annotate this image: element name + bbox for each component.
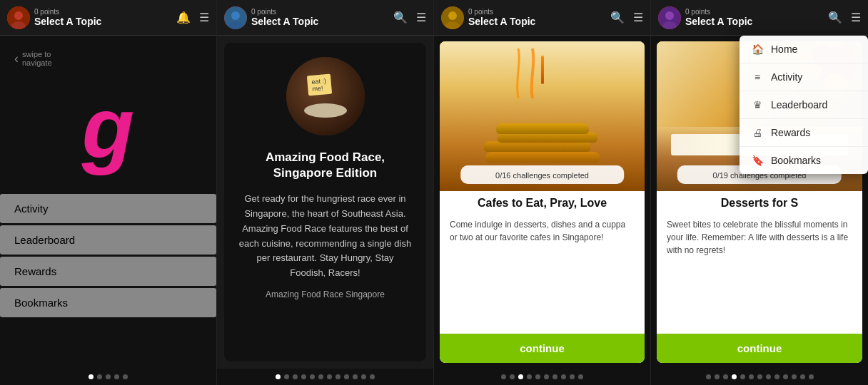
dot[interactable] xyxy=(715,374,720,379)
dot[interactable] xyxy=(800,374,805,379)
dot[interactable] xyxy=(740,374,745,379)
desserts-continue-button[interactable]: continue xyxy=(657,334,862,363)
dot[interactable] xyxy=(293,374,298,379)
dot[interactable] xyxy=(706,374,711,379)
search-icon-2[interactable]: 🔍 xyxy=(393,11,408,24)
dot[interactable] xyxy=(570,374,575,379)
panel-2: 0 points Select A Topic 🔍 ☰ eat :)me! Am… xyxy=(217,0,434,385)
menu-icon-1[interactable]: ☰ xyxy=(199,11,209,24)
dot[interactable] xyxy=(561,374,566,379)
dropdown-home-label: Home xyxy=(771,43,797,55)
dot[interactable] xyxy=(276,374,281,379)
dot[interactable] xyxy=(552,374,557,379)
swipe-hint: ‹ swipe to navigate xyxy=(14,50,52,67)
header-title-2: Select A Topic xyxy=(251,16,318,27)
progress-bar-3: 0/16 challenges completed xyxy=(460,165,625,184)
dot[interactable] xyxy=(310,374,315,379)
dot[interactable] xyxy=(327,374,332,379)
dot[interactable] xyxy=(335,374,340,379)
dot[interactable] xyxy=(510,374,515,379)
bell-icon-1[interactable]: 🔔 xyxy=(176,11,191,24)
dropdown-home[interactable]: 🏠 Home xyxy=(740,36,868,63)
dropdown-rewards[interactable]: 🖨 Rewards xyxy=(740,119,868,147)
dot[interactable] xyxy=(353,374,358,379)
cafes-card: 0/16 challenges completed Cafes to Eat, … xyxy=(440,41,645,363)
header-left-2: 0 points Select A Topic xyxy=(224,6,318,29)
header-title-1: Select A Topic xyxy=(34,16,101,27)
dot[interactable] xyxy=(535,374,540,379)
dot[interactable] xyxy=(774,374,779,379)
dot[interactable] xyxy=(766,374,771,379)
dot[interactable] xyxy=(527,374,532,379)
panel-3: 0 points Select A Topic 🔍 ☰ xyxy=(434,0,651,385)
dot[interactable] xyxy=(114,374,119,379)
dot[interactable] xyxy=(518,374,523,379)
dot[interactable] xyxy=(97,374,102,379)
panels-container: 0 points Select A Topic 🔔 ☰ ‹ swipe to n… xyxy=(0,0,868,385)
dot[interactable] xyxy=(749,374,754,379)
dropdown-leaderboard[interactable]: ♛ Leaderboard xyxy=(740,91,868,119)
panel-3-content: 0/16 challenges completed Cafes to Eat, … xyxy=(434,36,650,369)
food-card-title: Amazing Food Race, Singapore Edition xyxy=(238,150,412,181)
menu-icon-3[interactable]: ☰ xyxy=(633,11,643,24)
dot[interactable] xyxy=(792,374,797,379)
swipe-arrow-icon: ‹ xyxy=(14,51,19,66)
dot[interactable] xyxy=(344,374,349,379)
dot[interactable] xyxy=(501,374,506,379)
header-title-3: Select A Topic xyxy=(468,16,535,27)
food-note: eat :)me! xyxy=(306,74,331,96)
svg-point-4 xyxy=(231,11,240,20)
header-left-3: 0 points Select A Topic xyxy=(441,6,535,29)
header-points-4: 0 points xyxy=(685,8,752,16)
food-card-subtitle: Amazing Food Race Singapore xyxy=(266,288,385,301)
bell-container-1: 🔔 xyxy=(176,11,191,24)
dot[interactable] xyxy=(757,374,762,379)
dot[interactable] xyxy=(544,374,549,379)
header-icons-4: 🔍 ☰ xyxy=(828,11,861,24)
nav-item-leaderboard[interactable]: Leaderboard xyxy=(0,225,216,255)
nav-item-bookmarks[interactable]: Bookmarks xyxy=(0,288,216,317)
dot[interactable] xyxy=(370,374,375,379)
dot[interactable] xyxy=(301,374,306,379)
dropdown-rewards-label: Rewards xyxy=(771,127,810,138)
dots-row-1 xyxy=(0,369,216,385)
dropdown-activity[interactable]: ≡ Activity xyxy=(740,63,868,91)
food-card-description: Get ready for the hungriest race ever in… xyxy=(238,192,412,281)
header-info-2: 0 points Select A Topic xyxy=(251,8,318,27)
dot[interactable] xyxy=(361,374,366,379)
panel-4: 0 points Select A Topic 🔍 ☰ xyxy=(651,0,868,385)
dot[interactable] xyxy=(783,374,788,379)
home-icon: 🏠 xyxy=(751,43,764,55)
food-race-card: eat :)me! Amazing Food Race, Singapore E… xyxy=(224,43,426,361)
header-icons-2: 🔍 ☰ xyxy=(393,11,426,24)
panel-4-header: 0 points Select A Topic 🔍 ☰ xyxy=(651,0,868,36)
activity-icon: ≡ xyxy=(751,71,764,83)
dot[interactable] xyxy=(123,374,128,379)
dot[interactable] xyxy=(106,374,111,379)
avatar-3 xyxy=(441,6,464,29)
dot[interactable] xyxy=(723,374,728,379)
nav-item-rewards[interactable]: Rewards xyxy=(0,257,216,286)
panel-1-body: ‹ swipe to navigate g Activity Leaderboa… xyxy=(0,36,216,369)
dots-row-4 xyxy=(651,369,868,385)
bookmarks-icon: 🔖 xyxy=(751,155,764,166)
progress-text-3: 0/16 challenges completed xyxy=(495,171,589,180)
header-left-1: 0 points Select A Topic xyxy=(7,6,101,29)
panel-2-body: eat :)me! Amazing Food Race, Singapore E… xyxy=(217,36,433,369)
menu-icon-4[interactable]: ☰ xyxy=(851,11,861,24)
panel-1-header: 0 points Select A Topic 🔔 ☰ xyxy=(0,0,216,36)
dot[interactable] xyxy=(89,374,94,379)
search-icon-4[interactable]: 🔍 xyxy=(828,11,842,24)
dot[interactable] xyxy=(578,374,583,379)
dropdown-bookmarks[interactable]: 🔖 Bookmarks xyxy=(740,147,868,174)
dot[interactable] xyxy=(732,374,737,379)
dot[interactable] xyxy=(284,374,289,379)
dot[interactable] xyxy=(809,374,814,379)
cafes-card-title: Cafes to Eat, Pray, Love xyxy=(440,191,645,212)
nav-item-activity[interactable]: Activity xyxy=(0,194,216,223)
header-title-4: Select A Topic xyxy=(685,16,752,27)
search-icon-3[interactable]: 🔍 xyxy=(610,11,625,24)
cafes-continue-button[interactable]: continue xyxy=(440,334,645,363)
menu-icon-2[interactable]: ☰ xyxy=(416,11,426,24)
dot[interactable] xyxy=(318,374,323,379)
